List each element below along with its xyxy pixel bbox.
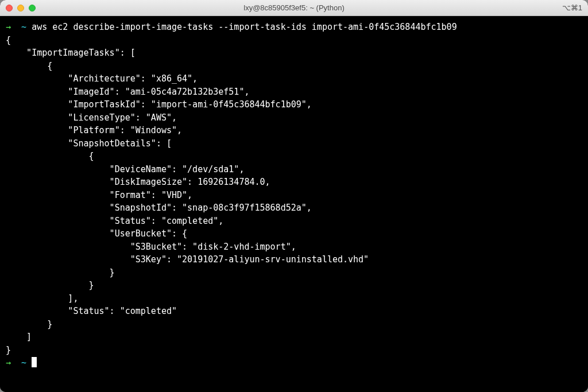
cursor (32, 357, 37, 367)
command-output: { "ImportImageTasks": [ { "Architecture"… (6, 35, 369, 355)
prompt-cwd: ~ (21, 358, 26, 368)
minimize-icon[interactable] (17, 5, 24, 11)
titlebar: lxy@8c85905f3ef5: ~ (Python) ⌥⌘1 (0, 0, 588, 16)
prompt-arrow-icon: → (6, 358, 11, 368)
window-title: lxy@8c85905f3ef5: ~ (Python) (243, 3, 344, 12)
terminal-window: lxy@8c85905f3ef5: ~ (Python) ⌥⌘1 → ~ aws… (0, 0, 588, 392)
window-shortcut: ⌥⌘1 (562, 3, 582, 12)
traffic-lights (6, 5, 36, 11)
terminal-body[interactable]: → ~ aws ec2 describe-import-image-tasks … (0, 16, 588, 392)
close-icon[interactable] (6, 5, 13, 11)
zoom-icon[interactable] (29, 5, 36, 11)
prompt-arrow-icon: → (6, 22, 11, 32)
command-line: aws ec2 describe-import-image-tasks --im… (32, 22, 457, 32)
prompt-cwd: ~ (21, 22, 26, 32)
